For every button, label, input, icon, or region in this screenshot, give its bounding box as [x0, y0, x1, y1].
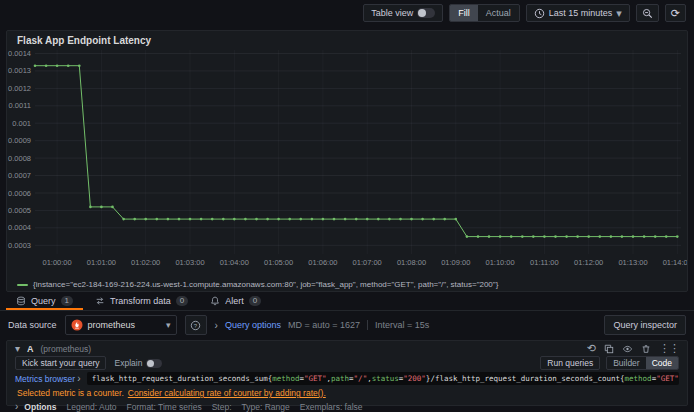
copy-icon[interactable] [604, 344, 614, 354]
latency-panel: Flask App Endpoint Latency 0.00140.00130… [6, 30, 688, 292]
drag-handle-icon[interactable]: ⋮⋮ [659, 343, 679, 354]
tab-transform-count: 0 [176, 296, 188, 306]
fill-button[interactable]: Fill [450, 5, 478, 21]
options-format-summary: Format: Time series [127, 402, 202, 412]
panel-editor-toolbar: Table view Fill Actual Last 15 minutes ▾… [0, 0, 694, 26]
svg-text:?: ? [194, 322, 198, 328]
table-view-control[interactable]: Table view [363, 4, 443, 22]
query-options-group: › Query options MD = auto = 1627 Interva… [215, 320, 430, 331]
trash-icon[interactable] [641, 344, 651, 354]
table-view-label: Table view [371, 8, 413, 18]
svg-text:01:14:00: 01:14:00 [663, 258, 687, 267]
svg-text:0.0006: 0.0006 [8, 189, 31, 198]
datasource-label: Data source [8, 320, 57, 330]
time-range-label: Last 15 minutes [549, 8, 613, 18]
options-type-summary: Type: Range [242, 402, 290, 412]
query-row-header: ▾ A (prometheus) ⟲ ⋮⋮ [7, 341, 687, 354]
metrics-browser-toggle[interactable]: Metrics browser › [15, 373, 81, 384]
datasource-help-button[interactable]: ? [185, 315, 207, 335]
panel-title[interactable]: Flask App Endpoint Latency [7, 31, 687, 46]
question-circle-icon: ? [190, 320, 201, 331]
chevron-down-icon: ▾ [166, 321, 171, 330]
database-icon [16, 296, 26, 306]
warning-rate-link[interactable]: Consider calculating rate of counter by … [128, 388, 326, 398]
run-queries-button[interactable]: Run queries [540, 356, 600, 370]
prometheus-icon [71, 319, 83, 331]
svg-text:01:11:00: 01:11:00 [530, 258, 559, 267]
svg-text:01:06:00: 01:06:00 [308, 258, 337, 267]
query-expression[interactable]: flask_http_request_duration_seconds_sum{… [87, 372, 679, 385]
svg-text:0.0014: 0.0014 [8, 49, 31, 58]
refresh-icon: ⟳ [671, 8, 680, 19]
svg-text:01:02:00: 01:02:00 [131, 258, 160, 267]
zoom-out-button[interactable] [636, 4, 659, 22]
explain-control: Explain [114, 358, 162, 368]
svg-text:0.0003: 0.0003 [8, 241, 31, 250]
bell-icon [210, 296, 220, 306]
warning-text: Selected metric is a counter. [17, 388, 124, 398]
svg-text:01:12:00: 01:12:00 [574, 258, 603, 267]
datasource-value: prometheus [88, 320, 161, 330]
query-datasource-hint: (prometheus) [41, 344, 92, 354]
time-range-picker[interactable]: Last 15 minutes ▾ [526, 4, 630, 22]
svg-text:01:04:00: 01:04:00 [220, 258, 249, 267]
counter-warning: Selected metric is a counter. Consider c… [7, 388, 687, 398]
tab-transform-data[interactable]: Transform data 0 [85, 294, 198, 310]
tab-query[interactable]: Query 1 [6, 294, 83, 310]
svg-text:0.0012: 0.0012 [8, 84, 31, 93]
svg-text:01:01:00: 01:01:00 [87, 258, 116, 267]
zoom-out-icon [642, 8, 653, 19]
datasource-picker[interactable]: prometheus ▾ [65, 315, 177, 335]
svg-text:0.0004: 0.0004 [8, 223, 31, 232]
code-button[interactable]: Code [646, 357, 678, 369]
query-row-actions: ⟲ ⋮⋮ [587, 343, 679, 354]
builder-button[interactable]: Builder [607, 357, 645, 369]
options-exemplars-summary: Exemplars: false [300, 402, 363, 412]
metrics-browser-label: Metrics browser [15, 374, 75, 384]
explain-toggle[interactable] [146, 359, 162, 368]
table-view-toggle[interactable] [417, 8, 435, 18]
svg-text:01:13:00: 01:13:00 [618, 258, 647, 267]
tab-query-label: Query [31, 296, 56, 306]
collapse-chevron-icon[interactable]: ▾ [15, 343, 20, 354]
kick-start-query-button[interactable]: Kick start your query [15, 356, 106, 370]
builder-code-group: Builder Code [606, 356, 679, 370]
chevron-right-icon: › [77, 373, 80, 384]
query-options-footer: › Options Legend: Auto Format: Time seri… [7, 401, 687, 412]
query-editor-card: ▾ A (prometheus) ⟲ ⋮⋮ Kick start your qu… [6, 340, 688, 406]
svg-text:01:03:00: 01:03:00 [175, 258, 204, 267]
datasource-row: Data source prometheus ▾ ? › Query optio… [0, 314, 694, 336]
svg-text:0.0005: 0.0005 [8, 206, 31, 215]
fill-actual-group: Fill Actual [449, 4, 520, 22]
options-legend-summary: Legend: Auto [66, 402, 116, 412]
svg-text:01:08:00: 01:08:00 [397, 258, 426, 267]
svg-text:0.0008: 0.0008 [8, 154, 31, 163]
clock-icon [534, 8, 545, 19]
chevron-right-icon: › [215, 320, 218, 331]
query-options-toggle[interactable]: Query options [225, 320, 281, 330]
history-icon[interactable]: ⟲ [587, 343, 596, 354]
legend-series-swatch [17, 284, 28, 286]
svg-text:01:07:00: 01:07:00 [353, 258, 382, 267]
latency-chart[interactable]: 0.00140.00130.00120.00110.0010.00090.000… [7, 46, 687, 278]
explain-label: Explain [114, 358, 142, 368]
chevron-right-icon[interactable]: › [15, 401, 18, 412]
svg-text:0.0007: 0.0007 [8, 171, 31, 180]
options-toggle[interactable]: Options [24, 402, 56, 412]
options-step-summary: Step: [212, 402, 232, 412]
legend-item[interactable]: {instance="ec2-184-169-216-224.us-west-1… [7, 280, 687, 289]
expression-row: Metrics browser › flask_http_request_dur… [7, 372, 687, 385]
tab-alert[interactable]: Alert 0 [200, 294, 271, 310]
chevron-down-icon: ▾ [616, 8, 622, 19]
svg-text:01:05:00: 01:05:00 [264, 258, 293, 267]
query-inspector-button[interactable]: Query inspector [604, 315, 686, 335]
svg-text:0.001: 0.001 [12, 119, 31, 128]
svg-text:01:10:00: 01:10:00 [485, 258, 514, 267]
refresh-button[interactable]: ⟳ [665, 4, 686, 22]
svg-text:01:09:00: 01:09:00 [441, 258, 470, 267]
actual-button[interactable]: Actual [478, 5, 519, 21]
eye-icon[interactable] [622, 344, 633, 354]
max-data-points-summary: MD = auto = 1627 [288, 320, 360, 330]
query-ref-id[interactable]: A [27, 344, 34, 354]
tab-alert-count: 0 [249, 296, 261, 306]
